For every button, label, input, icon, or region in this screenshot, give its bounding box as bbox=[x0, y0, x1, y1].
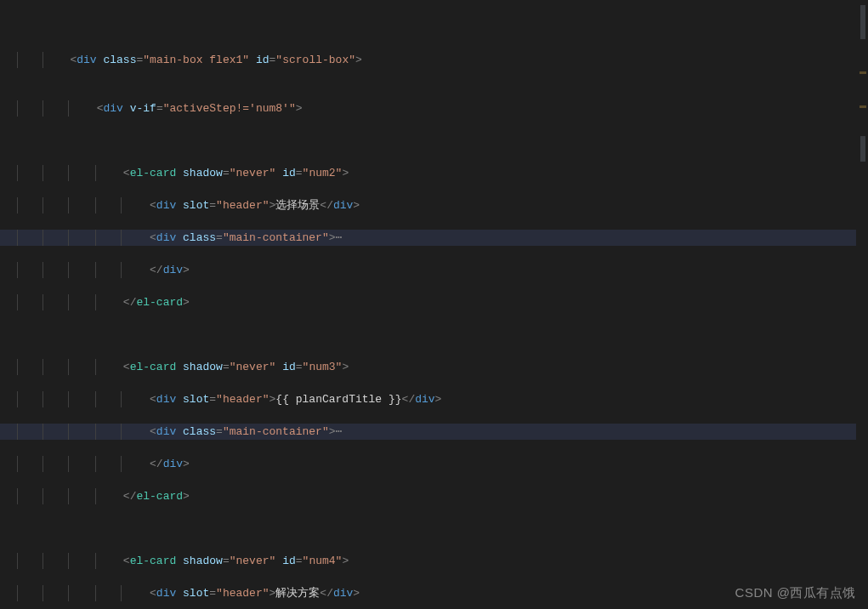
code-line: </div> bbox=[0, 456, 868, 472]
fold-icon[interactable]: ⋯ bbox=[336, 425, 343, 438]
fold-icon[interactable]: ⋯ bbox=[336, 231, 343, 244]
code-line: <div slot="header">选择场景</div> bbox=[0, 197, 868, 213]
code-line: </el-card> bbox=[0, 488, 868, 504]
code-line: <div class="main-container">⋯ bbox=[0, 424, 868, 440]
code-line: <el-card shadow="never" id="num2"> bbox=[0, 165, 868, 181]
code-editor[interactable]: <div class="main-box flex1" id="scroll-b… bbox=[0, 0, 868, 609]
code-line: <div v-if="activeStep!='num8'"> bbox=[0, 100, 868, 117]
code-line: <div class="main-container">⋯ bbox=[0, 230, 868, 246]
minimap[interactable] bbox=[856, 0, 868, 609]
code-line: </el-card> bbox=[0, 294, 868, 310]
code-line: <el-card shadow="never" id="num4"> bbox=[0, 553, 868, 569]
code-line: <el-card shadow="never" id="num3"> bbox=[0, 359, 868, 375]
code-line: </div> bbox=[0, 262, 868, 278]
code-line: <div slot="header">{{ planCardTitle }}</… bbox=[0, 391, 868, 407]
code-line: <div class="main-box flex1" id="scroll-b… bbox=[0, 52, 868, 68]
watermark: CSDN @西瓜有点饿 bbox=[735, 584, 856, 600]
